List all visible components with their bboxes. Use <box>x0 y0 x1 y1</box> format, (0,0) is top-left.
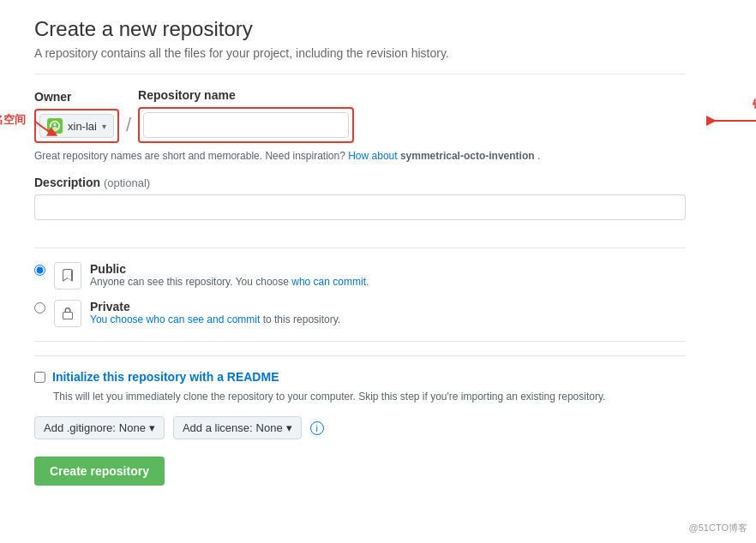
public-desc: Anyone can see this repository. You choo… <box>90 276 369 288</box>
owner-repo-row: 命名空间 Owner xin <box>34 88 686 143</box>
owner-label: Owner <box>34 90 119 104</box>
create-repository-button[interactable]: Create repository <box>34 456 165 486</box>
visibility-group: Public Anyone can see this repository. Y… <box>34 262 686 327</box>
description-section: Description (optional) <box>34 176 686 234</box>
gitignore-chevron-icon: ▾ <box>149 421 155 434</box>
license-label: Add a license: <box>183 421 253 434</box>
owner-avatar <box>47 118 63 134</box>
public-icon <box>54 262 81 289</box>
hint-text: Great repository names are short and mem… <box>34 150 686 162</box>
repo-name-box <box>138 107 354 143</box>
divider-3 <box>34 341 686 342</box>
private-desc: You choose who can see and commit to thi… <box>90 313 340 325</box>
public-label: Public <box>90 262 369 276</box>
hint-link[interactable]: How about <box>348 150 397 162</box>
description-label-text: Description <box>34 176 100 189</box>
description-optional: (optional) <box>104 176 150 189</box>
description-input[interactable] <box>34 194 686 220</box>
owner-select[interactable]: xin-lai ▾ <box>39 114 114 138</box>
slash-separator: / <box>126 114 131 138</box>
repo-name-label: Repository name <box>138 88 354 102</box>
divider <box>34 74 686 75</box>
annotation-mirror: 镜像名称 <box>753 97 756 112</box>
divider-2 <box>34 248 686 248</box>
readme-section: Initialize this repository with a README… <box>34 355 686 403</box>
hint-after: . <box>537 150 540 162</box>
repo-name-input[interactable] <box>143 112 349 138</box>
owner-value: xin-lai <box>68 120 97 133</box>
gitignore-label: Add .gitignore: <box>44 421 116 434</box>
page-subtitle: A repository contains all the files for … <box>34 46 686 60</box>
mirror-arrow <box>703 112 756 138</box>
form-container: Create a new repository A repository con… <box>34 17 686 486</box>
public-content: Public Anyone can see this repository. Y… <box>90 262 369 288</box>
dropdown-row: Add .gitignore: None ▾ Add a license: No… <box>34 416 686 439</box>
public-radio[interactable] <box>34 265 45 276</box>
license-chevron-icon: ▾ <box>286 421 292 434</box>
owner-box: xin-lai ▾ <box>34 109 119 143</box>
private-content: Private You choose who can see and commi… <box>90 300 340 325</box>
license-value: None <box>256 421 283 434</box>
description-label: Description (optional) <box>34 176 150 189</box>
gitignore-dropdown[interactable]: Add .gitignore: None ▾ <box>34 416 165 439</box>
readme-checkbox[interactable] <box>34 372 45 383</box>
license-dropdown[interactable]: Add a license: None ▾ <box>173 416 302 439</box>
public-option: Public Anyone can see this repository. Y… <box>34 262 686 289</box>
private-icon <box>54 300 81 327</box>
owner-field-group: Owner xin-lai ▾ <box>34 90 119 143</box>
private-radio[interactable] <box>34 302 45 313</box>
readme-description: This will let you immediately clone the … <box>53 391 686 403</box>
readme-checkbox-row: Initialize this repository with a README <box>34 370 686 384</box>
info-icon[interactable]: i <box>310 421 324 435</box>
page-title: Create a new repository <box>34 17 686 41</box>
public-who-link[interactable]: who can commit <box>291 276 366 288</box>
annotation-namespace: 命名空间 <box>0 112 26 128</box>
hint-suggestion: symmetrical-octo-invention <box>400 150 535 162</box>
repo-name-field-group: Repository name <box>138 88 354 143</box>
gitignore-value: None <box>119 421 146 434</box>
hint-before: Great repository names are short and mem… <box>34 150 348 162</box>
private-who-link[interactable]: You choose who can see and commit <box>90 313 260 325</box>
readme-label[interactable]: Initialize this repository with a README <box>52 370 279 384</box>
chevron-down-icon: ▾ <box>102 122 106 131</box>
private-label: Private <box>90 300 340 313</box>
private-option: Private You choose who can see and commi… <box>34 300 686 327</box>
